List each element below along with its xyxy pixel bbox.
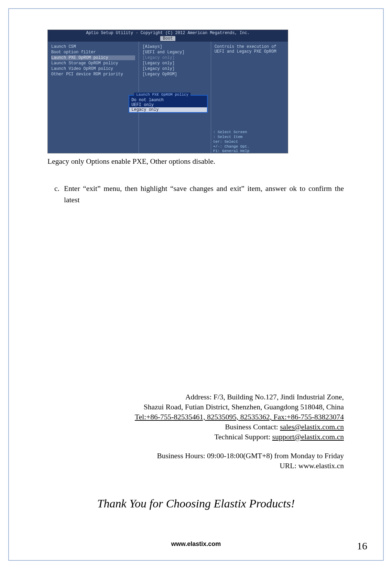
- bios-help-keys: : Select Screen : Select Item ter: Selec…: [213, 130, 250, 153]
- tel-fax: Tel:+86-755-82535461, 82535095, 82535362…: [55, 412, 344, 422]
- bios-tab-boot: Boot: [160, 36, 176, 41]
- instruction-step-c: c. Enter “exit” menu, then highlight “sa…: [47, 183, 344, 206]
- technical-support-line: Technical Support: support@elastix.com.c…: [55, 432, 344, 442]
- bios-item: Launch Storage OpROM policy: [51, 61, 135, 66]
- company-url: URL: www.elastix.cn: [55, 461, 344, 471]
- bios-value: [UEFI and Legacy]: [142, 50, 207, 55]
- bios-title: Aptio Setup Utility - Copyright (C) 2012…: [86, 31, 249, 35]
- address-line1: Address: F/3, Building No.127, Jindi Ind…: [55, 392, 344, 402]
- bios-popup-option: UEFI only: [129, 103, 207, 107]
- bios-screenshot: Aptio Setup Utility - Copyright (C) 2012…: [47, 30, 288, 153]
- address-line2: Shazui Road, Futian District, Shenzhen, …: [55, 402, 344, 412]
- step-marker: c.: [47, 183, 64, 206]
- bios-popup: Launch PXE OpROM policy Do not launch UE…: [129, 95, 208, 113]
- bios-value: [Legacy only]: [142, 66, 207, 71]
- bios-value: [Legacy only]: [142, 61, 207, 66]
- business-hours: Business Hours: 09:00-18:00(GMT+8) from …: [55, 451, 344, 461]
- bios-titlebar: Aptio Setup Utility - Copyright (C) 2012…: [48, 30, 288, 42]
- bios-popup-option: Do not launch: [129, 98, 207, 103]
- bios-value: [Legacy only]: [142, 55, 207, 60]
- bios-item: Launch Video OpROM policy: [51, 66, 135, 71]
- bios-item: Launch CSM: [51, 44, 135, 49]
- bios-help-desc: Controls the execution of UEFI and Legac…: [215, 44, 284, 54]
- step-text: Enter “exit” menu, then highlight “save …: [64, 183, 344, 206]
- bios-right-col: Controls the execution of UEFI and Legac…: [211, 42, 288, 153]
- contact-info: Address: F/3, Building No.127, Jindi Ind…: [55, 392, 344, 471]
- bios-help-line: : Select Screen: [213, 130, 250, 135]
- thank-you-message: Thank You for Choosing Elastix Products!: [0, 497, 392, 510]
- technical-support-label: Technical Support:: [214, 433, 272, 441]
- business-contact-label: Business Contact:: [225, 423, 280, 431]
- page-number: 16: [357, 540, 367, 552]
- bios-popup-option-selected: Legacy only: [129, 107, 207, 112]
- bios-help-line: ter: Select: [213, 140, 250, 144]
- bios-help-line: : Select Item: [213, 135, 250, 140]
- bios-left-col: Launch CSM Boot option filter Launch PXE…: [48, 42, 139, 153]
- figure-caption: Legacy only Options enable PXE, Other op…: [47, 157, 344, 167]
- bios-body: Launch CSM Boot option filter Launch PXE…: [48, 42, 288, 153]
- bios-value: [Legacy OpROM]: [142, 72, 207, 77]
- bios-popup-title: Launch PXE OpROM policy: [134, 93, 190, 97]
- main-content: Aptio Setup Utility - Copyright (C) 2012…: [47, 30, 344, 206]
- business-contact-line: Business Contact: sales@elastix.com.cn: [55, 422, 344, 432]
- bios-item: Boot option filter: [51, 50, 135, 55]
- bios-value: [Always]: [142, 44, 207, 49]
- bios-mid-col: [Always] [UEFI and Legacy] [Legacy only]…: [139, 42, 211, 153]
- bios-item: Other PCI device ROM priority: [51, 72, 135, 77]
- bios-help-line: +/-: Change Opt.: [213, 144, 250, 149]
- technical-support-email: support@elastix.com.cn: [272, 433, 344, 441]
- bios-help-line: F1: General Help: [213, 149, 250, 153]
- business-contact-email: sales@elastix.com.cn: [280, 423, 344, 431]
- bios-item-selected: Launch PXE OpROM policy: [51, 55, 135, 60]
- footer-url: www.elastix.com: [0, 540, 392, 548]
